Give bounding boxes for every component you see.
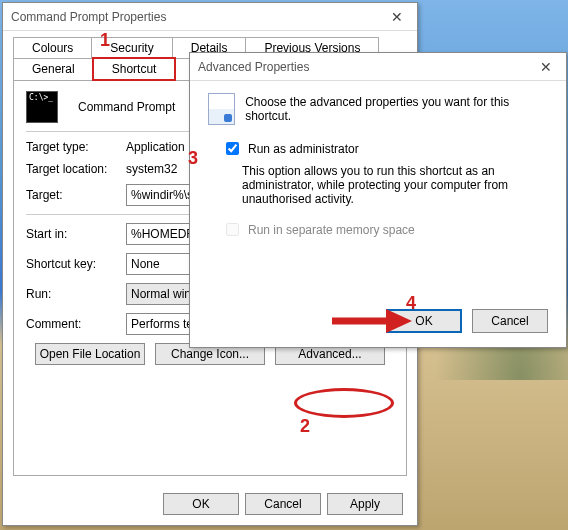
value-target-type: Application: [126, 140, 185, 154]
annotation-number-4: 4: [406, 293, 416, 314]
annotation-oval-advanced: [294, 388, 394, 418]
apply-button[interactable]: Apply: [327, 493, 403, 515]
command-prompt-icon: [26, 91, 58, 123]
separate-memory-label: Run in separate memory space: [248, 223, 415, 237]
label-comment: Comment:: [26, 317, 126, 331]
tab-general[interactable]: General: [13, 58, 94, 80]
run-as-administrator-checkbox[interactable]: [226, 142, 239, 155]
label-target: Target:: [26, 188, 126, 202]
titlebar[interactable]: Command Prompt Properties ✕: [3, 3, 417, 31]
tab-colours[interactable]: Colours: [13, 37, 92, 59]
annotation-number-1: 1: [100, 30, 110, 51]
titlebar[interactable]: Advanced Properties ✕: [190, 53, 566, 81]
properties-icon: [208, 93, 235, 125]
shortcut-name: Command Prompt: [78, 100, 175, 114]
close-icon[interactable]: ✕: [534, 59, 558, 75]
cancel-button[interactable]: Cancel: [245, 493, 321, 515]
advanced-properties-dialog: Advanced Properties ✕ Choose the advance…: [189, 52, 567, 348]
label-shortcut-key: Shortcut key:: [26, 257, 126, 271]
run-as-administrator-description: This option allows you to run this short…: [242, 164, 548, 206]
window-title: Command Prompt Properties: [11, 10, 166, 24]
label-start-in: Start in:: [26, 227, 126, 241]
label-run: Run:: [26, 287, 126, 301]
run-as-administrator-label: Run as administrator: [248, 142, 359, 156]
dialog-title: Advanced Properties: [198, 60, 309, 74]
value-target-location: system32: [126, 162, 177, 176]
ok-button[interactable]: OK: [163, 493, 239, 515]
tab-shortcut[interactable]: Shortcut: [93, 58, 176, 80]
dialog-intro-text: Choose the advanced properties you want …: [245, 95, 548, 123]
annotation-number-2: 2: [300, 416, 310, 437]
separate-memory-checkbox: [226, 223, 239, 236]
label-target-type: Target type:: [26, 140, 126, 154]
cancel-button[interactable]: Cancel: [472, 309, 548, 333]
annotation-number-3: 3: [188, 148, 198, 169]
open-file-location-button[interactable]: Open File Location: [35, 343, 145, 365]
annotation-arrow: [332, 308, 412, 334]
close-icon[interactable]: ✕: [385, 9, 409, 25]
label-target-location: Target location:: [26, 162, 126, 176]
